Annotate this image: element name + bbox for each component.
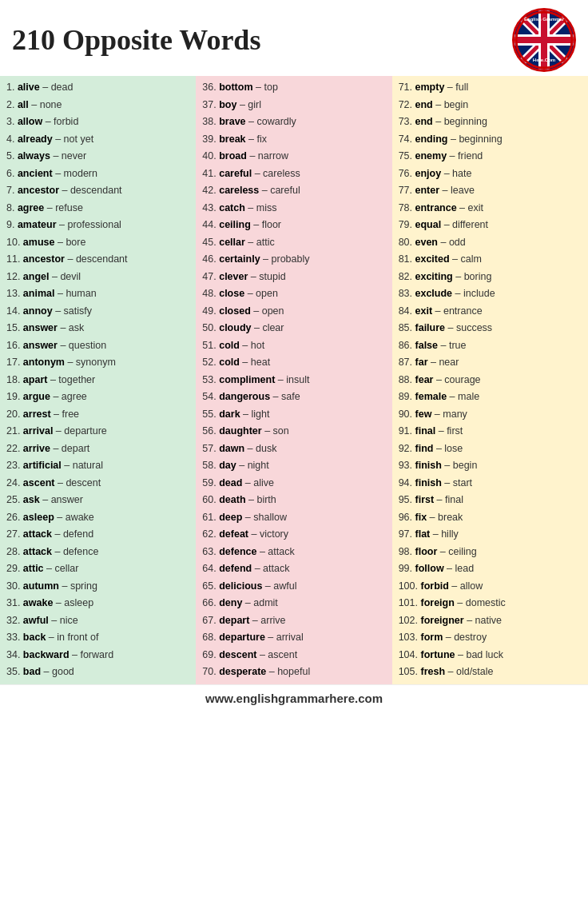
- item-word: ancestor: [23, 253, 65, 265]
- item-opposite: son: [273, 425, 289, 437]
- item-separator: –: [53, 305, 64, 317]
- item-number: 93.: [399, 460, 415, 471]
- list-item: 49. closed – open: [202, 303, 385, 321]
- item-number: 63.: [202, 546, 219, 557]
- page: 210 Opposite Words English: [0, 0, 588, 710]
- item-opposite: miss: [256, 202, 277, 213]
- item-opposite: forbid: [54, 116, 78, 127]
- item-opposite: open: [262, 305, 284, 317]
- item-separator: –: [435, 425, 447, 437]
- item-separator: –: [244, 288, 256, 299]
- item-word: ask: [23, 494, 40, 505]
- item-separator: –: [452, 288, 463, 299]
- item-word: foreigner: [420, 615, 463, 626]
- item-word: cold: [219, 357, 240, 368]
- item-word: always: [18, 150, 50, 161]
- list-item: 28. attack – defence: [6, 544, 189, 561]
- item-separator: –: [251, 219, 262, 230]
- item-opposite: top: [264, 82, 277, 93]
- item-separator: –: [262, 580, 273, 592]
- item-separator: –: [457, 202, 468, 213]
- item-separator: –: [253, 82, 264, 93]
- item-separator: –: [50, 391, 62, 402]
- item-number: 56.: [202, 425, 219, 437]
- list-item: 84. exit – entrance: [399, 303, 582, 321]
- item-separator: –: [57, 219, 68, 230]
- item-word: attack: [23, 528, 52, 540]
- list-item: 74. ending – beginning: [399, 131, 582, 149]
- item-word: back: [23, 632, 46, 643]
- list-item: 54. dangerous – safe: [202, 389, 385, 406]
- item-number: 72.: [399, 99, 415, 110]
- list-item: 76. enjoy – hate: [399, 165, 582, 183]
- item-word: excited: [415, 253, 450, 265]
- item-number: 26.: [6, 512, 23, 523]
- item-word: fear: [415, 374, 434, 385]
- item-opposite: light: [252, 409, 270, 420]
- item-separator: –: [441, 168, 452, 179]
- item-opposite: arrival: [276, 632, 304, 643]
- item-number: 50.: [202, 322, 219, 333]
- item-word: break: [219, 134, 245, 145]
- item-opposite: question: [69, 340, 106, 351]
- item-word: descent: [219, 649, 256, 660]
- item-separator: –: [50, 271, 61, 282]
- item-opposite: beginning: [459, 134, 502, 145]
- item-number: 52.: [202, 357, 219, 368]
- list-item: 32. awful – nice: [6, 612, 189, 630]
- item-number: 49.: [202, 305, 219, 317]
- item-number: 97.: [399, 528, 415, 540]
- item-word: finish: [415, 477, 442, 488]
- item-number: 29.: [6, 563, 23, 574]
- item-opposite: modern: [64, 168, 97, 179]
- list-item: 60. death – birth: [202, 492, 385, 509]
- list-item: 71. empty – full: [399, 79, 582, 97]
- list-item: 39. break – fix: [202, 131, 385, 149]
- list-item: 98. floor – ceiling: [399, 544, 582, 561]
- item-word: departure: [219, 632, 265, 643]
- item-opposite: synonym: [76, 357, 116, 368]
- item-word: dawn: [219, 443, 244, 454]
- item-separator: –: [65, 357, 76, 368]
- item-separator: –: [444, 563, 455, 574]
- list-item: 10. amuse – bore: [6, 234, 189, 252]
- list-item: 83. exclude – include: [399, 285, 582, 303]
- item-separator: –: [50, 443, 62, 454]
- item-separator: –: [275, 374, 286, 385]
- item-word: follow: [415, 563, 444, 574]
- item-separator: –: [445, 666, 456, 677]
- list-item: 12. angel – devil: [6, 269, 189, 286]
- item-number: 48.: [202, 288, 219, 299]
- item-separator: –: [434, 494, 445, 505]
- item-separator: –: [251, 322, 262, 333]
- item-opposite: descent: [66, 477, 101, 488]
- item-opposite: probably: [272, 253, 310, 265]
- item-opposite: beginning: [444, 116, 487, 127]
- item-separator: –: [59, 580, 70, 592]
- item-opposite: hot: [251, 340, 264, 351]
- item-separator: –: [59, 185, 70, 196]
- item-separator: –: [247, 150, 258, 161]
- item-opposite: open: [256, 288, 278, 299]
- list-item: 15. answer – ask: [6, 320, 189, 337]
- list-item: 36. bottom – top: [202, 79, 385, 97]
- list-item: 1. alive – dead: [6, 79, 189, 97]
- list-item: 6. ancient – modern: [6, 165, 189, 183]
- item-separator: –: [266, 666, 277, 677]
- item-number: 101.: [399, 597, 421, 608]
- item-number: 37.: [202, 99, 219, 110]
- item-number: 14.: [6, 305, 23, 317]
- item-number: 38.: [202, 116, 219, 127]
- list-item: 55. dark – light: [202, 406, 385, 424]
- item-word: angel: [23, 271, 50, 282]
- item-word: apart: [23, 374, 48, 385]
- item-number: 32.: [6, 615, 23, 626]
- item-number: 76.: [399, 168, 415, 179]
- item-opposite: insult: [286, 374, 309, 385]
- item-word: exit: [415, 305, 433, 317]
- item-separator: –: [438, 340, 449, 351]
- item-opposite: start: [453, 477, 472, 488]
- flag-logo: English Grammar Here.Com: [512, 8, 576, 72]
- item-separator: –: [445, 322, 456, 333]
- list-item: 80. even – odd: [399, 234, 582, 252]
